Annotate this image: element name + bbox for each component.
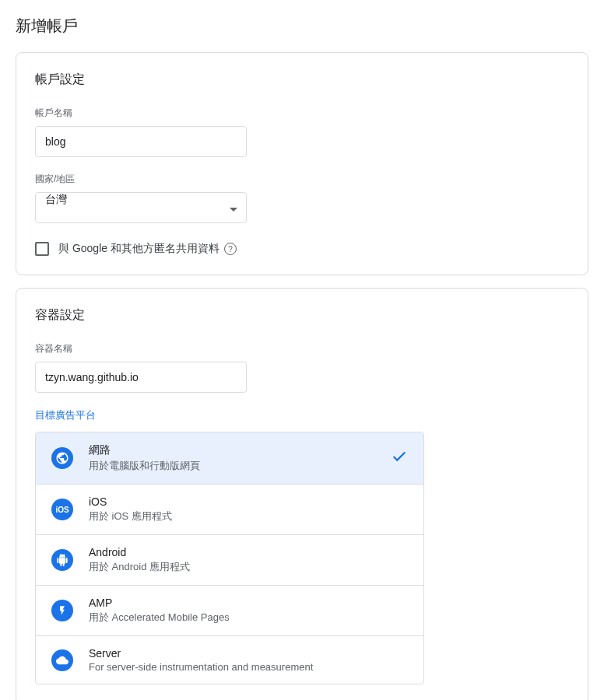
server-icon — [51, 649, 73, 671]
account-settings-card: 帳戶設定 帳戶名稱 國家/地區 台灣 與 Google 和其他方匿名共用資料 ? — [16, 52, 588, 275]
platform-server-desc: For server-side instrumentation and meas… — [89, 661, 408, 673]
platform-item-server[interactable]: Server For server-side instrumentation a… — [36, 636, 423, 684]
platform-item-android[interactable]: Android 用於 Android 應用程式 — [36, 535, 423, 586]
platform-amp-desc: 用於 Accelerated Mobile Pages — [89, 611, 408, 625]
account-name-input[interactable] — [35, 126, 247, 157]
share-data-row: 與 Google 和其他方匿名共用資料 ? — [35, 242, 569, 256]
container-settings-title: 容器設定 — [35, 307, 569, 324]
platform-web-desc: 用於電腦版和行動版網頁 — [89, 459, 375, 473]
account-name-label: 帳戶名稱 — [35, 107, 569, 120]
container-name-label: 容器名稱 — [35, 342, 569, 355]
account-settings-title: 帳戶設定 — [35, 72, 569, 88]
platform-item-web[interactable]: 網路 用於電腦版和行動版網頁 — [36, 432, 423, 485]
platform-amp-title: AMP — [89, 597, 408, 609]
country-field: 國家/地區 台灣 — [35, 173, 569, 223]
container-settings-card: 容器設定 容器名稱 目標廣告平台 網路 用於電腦版和行動版網頁 iOS — [16, 288, 588, 700]
web-icon — [51, 447, 73, 469]
platform-android-desc: 用於 Android 應用程式 — [89, 560, 408, 574]
container-name-input[interactable] — [35, 362, 247, 393]
ios-icon: iOS — [51, 499, 73, 520]
page-title: 新增帳戶 — [16, 16, 588, 37]
android-icon — [51, 549, 73, 571]
platform-android-title: Android — [89, 546, 408, 558]
platform-label: 目標廣告平台 — [35, 408, 569, 422]
platform-server-title: Server — [89, 647, 408, 660]
platform-ios-title: iOS — [89, 495, 408, 508]
platform-web-title: 網路 — [89, 443, 375, 457]
platform-item-ios[interactable]: iOS iOS 用於 iOS 應用程式 — [36, 485, 423, 535]
account-name-field: 帳戶名稱 — [35, 107, 569, 157]
container-name-field: 容器名稱 — [35, 342, 569, 393]
country-label: 國家/地區 — [35, 173, 569, 186]
platform-list: 網路 用於電腦版和行動版網頁 iOS iOS 用於 iOS 應用程式 Andro… — [35, 432, 424, 684]
share-data-checkbox[interactable] — [35, 242, 49, 256]
country-select[interactable]: 台灣 — [35, 192, 247, 223]
help-icon[interactable]: ? — [224, 243, 237, 255]
amp-icon — [51, 600, 73, 621]
check-icon — [391, 448, 408, 468]
platform-ios-desc: 用於 iOS 應用程式 — [89, 509, 408, 523]
platform-item-amp[interactable]: AMP 用於 Accelerated Mobile Pages — [36, 586, 423, 636]
share-data-label: 與 Google 和其他方匿名共用資料 ? — [58, 242, 237, 256]
